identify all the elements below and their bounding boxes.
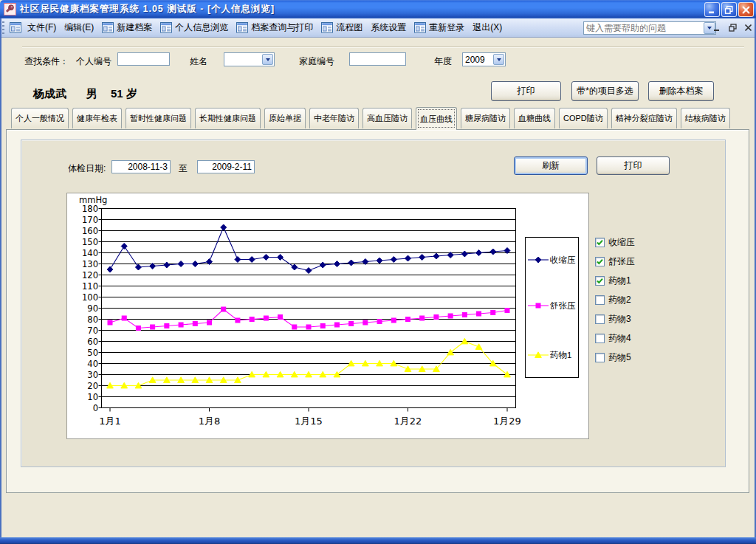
menu-item-4[interactable]: 个人信息浏览 bbox=[160, 21, 228, 34]
data-point-diamond bbox=[221, 224, 227, 230]
y-tick-label: 110 bbox=[82, 281, 98, 292]
minimize-button[interactable] bbox=[704, 2, 720, 17]
data-point-square bbox=[207, 320, 212, 325]
menu-item-1[interactable]: 文件(F) bbox=[27, 21, 56, 34]
series-toggle-药物4[interactable]: 药物4 bbox=[595, 333, 635, 344]
menu-item-2[interactable]: 编辑(E) bbox=[64, 21, 94, 34]
restore-button[interactable] bbox=[721, 2, 737, 17]
tab-健康年检表[interactable]: 健康年检表 bbox=[72, 108, 122, 128]
tab-label: 精神分裂症随访 bbox=[616, 113, 673, 124]
series-toggle-药物1[interactable]: 药物1 bbox=[595, 275, 635, 286]
mdi-restore-button[interactable] bbox=[727, 22, 738, 32]
data-point-square bbox=[306, 325, 311, 329]
help-search-box bbox=[583, 21, 716, 35]
checkbox-unchecked-icon[interactable] bbox=[595, 295, 605, 305]
series-toggle-药物5[interactable]: 药物5 bbox=[595, 352, 635, 363]
menu-item-7[interactable]: 系统设置 bbox=[371, 21, 406, 34]
year-combobox[interactable]: 2009 bbox=[462, 52, 506, 66]
tab-血压曲线 (active)[interactable]: 血压曲线 bbox=[416, 107, 457, 130]
data-point-square bbox=[122, 316, 126, 320]
tab-中老年随访[interactable]: 中老年随访 bbox=[309, 108, 359, 128]
series-toggle-label: 药物4 bbox=[608, 332, 631, 345]
family-id-label: 家庭编号 bbox=[299, 55, 334, 68]
date-to-input[interactable] bbox=[197, 160, 255, 173]
tab-个人一般情况[interactable]: 个人一般情况 bbox=[11, 108, 69, 128]
series-toggle-收缩压[interactable]: 收缩压 bbox=[595, 237, 635, 248]
year-combobox-value: 2009 bbox=[465, 55, 485, 65]
data-point-diamond bbox=[278, 255, 284, 261]
checkbox-unchecked-icon[interactable] bbox=[595, 314, 605, 324]
menu-item-6[interactable]: 流程图 bbox=[321, 21, 362, 34]
search-criteria-label: 查找条件： bbox=[24, 55, 69, 68]
name-label: 姓名 bbox=[190, 55, 207, 68]
data-point-diamond bbox=[192, 261, 198, 267]
tab-血糖曲线[interactable]: 血糖曲线 bbox=[514, 108, 555, 128]
x-tick-label: 1月15 bbox=[295, 416, 323, 427]
menu-item-5[interactable]: 档案查询与打印 bbox=[236, 21, 313, 34]
tab-暂时性健康问题[interactable]: 暂时性健康问题 bbox=[126, 108, 191, 128]
form-icon bbox=[160, 22, 172, 33]
series-toggle-label: 药物2 bbox=[608, 294, 631, 306]
menu-item-label: 系统设置 bbox=[371, 21, 406, 34]
data-point-square bbox=[462, 313, 467, 317]
menu-item-3[interactable]: 新建档案 bbox=[102, 21, 152, 34]
menu-item-label: 个人信息浏览 bbox=[175, 21, 228, 34]
tab-高血压随访[interactable]: 高血压随访 bbox=[362, 108, 412, 128]
tab-label: COPD随访 bbox=[563, 113, 603, 124]
print-chart-button[interactable]: 打印 bbox=[597, 156, 670, 175]
family-id-input[interactable] bbox=[349, 52, 406, 66]
series-toggle-舒张压[interactable]: 舒张压 bbox=[595, 256, 635, 267]
y-tick-label: 120 bbox=[82, 270, 98, 280]
menu-item-label: 重新登录 bbox=[429, 21, 464, 34]
close-button[interactable] bbox=[738, 2, 754, 17]
tab-长期性健康问题[interactable]: 长期性健康问题 bbox=[195, 108, 261, 128]
checkbox-unchecked-icon[interactable] bbox=[595, 353, 605, 362]
person-id-label: 个人编号 bbox=[76, 55, 111, 68]
checkbox-checked-icon[interactable] bbox=[595, 257, 605, 266]
checkbox-checked-icon[interactable] bbox=[595, 238, 605, 247]
data-point-square bbox=[278, 315, 283, 320]
delete-record-button[interactable]: 删除本档案 bbox=[648, 81, 714, 101]
date-from-input[interactable] bbox=[111, 160, 171, 173]
tab-label: 血压曲线 bbox=[420, 114, 453, 125]
tab-原始单据[interactable]: 原始单据 bbox=[264, 108, 306, 128]
tab-糖尿病随访[interactable]: 糖尿病随访 bbox=[461, 108, 510, 128]
name-combobox[interactable] bbox=[224, 52, 275, 66]
menu-item-8[interactable]: 重新登录 bbox=[414, 21, 464, 34]
year-combobox-dropdown-button[interactable] bbox=[493, 54, 504, 65]
y-tick-label: 170 bbox=[82, 215, 98, 225]
help-search-input[interactable] bbox=[584, 23, 704, 33]
form-icon[interactable] bbox=[10, 22, 21, 33]
data-point-square bbox=[179, 323, 183, 327]
tab-精神分裂症随访[interactable]: 精神分裂症随访 bbox=[611, 108, 677, 128]
person-id-input[interactable] bbox=[117, 52, 170, 66]
multi-select-button[interactable]: 带*的项目多选 bbox=[571, 81, 639, 101]
tab-label: 健康年检表 bbox=[77, 113, 117, 124]
y-tick-label: 60 bbox=[87, 337, 98, 347]
toolbar-grip-handle[interactable] bbox=[2, 21, 4, 34]
legend-label: 药物1 bbox=[550, 351, 571, 359]
mdi-close-button[interactable] bbox=[743, 22, 753, 32]
print-record-button[interactable]: 打印 bbox=[491, 81, 561, 101]
data-point-square bbox=[320, 324, 325, 328]
menu-item-9[interactable]: 退出(X) bbox=[472, 21, 502, 34]
patient-name: 杨成武 bbox=[33, 87, 66, 101]
tab-COPD随访[interactable]: COPD随访 bbox=[559, 108, 608, 128]
series-toggle-药物3[interactable]: 药物3 bbox=[595, 314, 635, 325]
data-point-diamond bbox=[164, 262, 170, 268]
form-icon bbox=[102, 22, 114, 33]
series-toggle-药物2[interactable]: 药物2 bbox=[595, 295, 635, 306]
menu-items: 文件(F)编辑(E)新建档案个人信息浏览档案查询与打印流程图系统设置重新登录退出… bbox=[2, 18, 510, 37]
tab-结核病随访[interactable]: 结核病随访 bbox=[681, 108, 730, 128]
data-point-square bbox=[136, 326, 140, 331]
menu-item-label: 文件(F) bbox=[27, 21, 56, 34]
data-point-diamond bbox=[249, 257, 255, 263]
refresh-button[interactable]: 刷新 bbox=[514, 156, 588, 175]
mdi-window-buttons bbox=[712, 22, 753, 32]
y-tick-label: 90 bbox=[87, 303, 98, 314]
tab-strip: 个人一般情况健康年检表暂时性健康问题长期性健康问题原始单据中老年随访高血压随访血… bbox=[11, 107, 730, 130]
name-combobox-dropdown-button[interactable] bbox=[262, 54, 273, 65]
checkbox-checked-icon[interactable] bbox=[595, 276, 605, 286]
checkbox-unchecked-icon[interactable] bbox=[595, 334, 605, 343]
mdi-minimize-button[interactable] bbox=[712, 22, 722, 32]
